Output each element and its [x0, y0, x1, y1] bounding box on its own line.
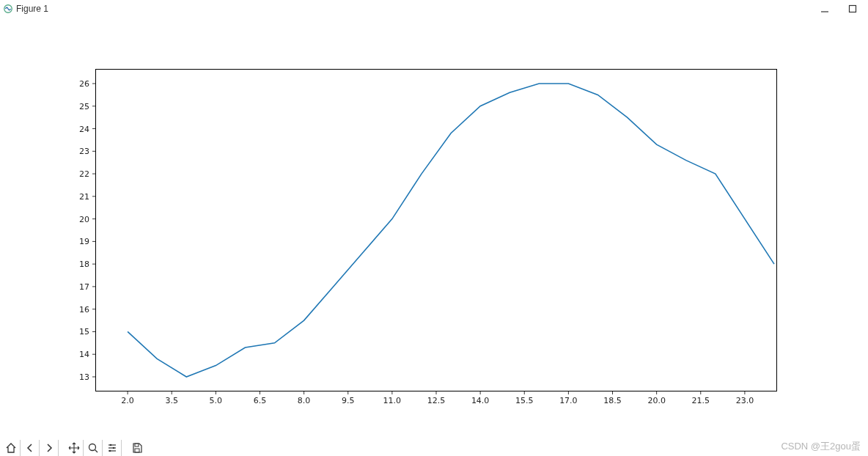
x-tick-label: 14.0 [466, 396, 495, 405]
watermark: CSDN @王2gou蛋 [781, 440, 861, 453]
forward-button[interactable] [40, 440, 59, 456]
x-tick-label: 5.0 [201, 396, 230, 405]
x-tick-label: 20.0 [642, 396, 672, 405]
maximize-button[interactable] [847, 4, 858, 14]
back-button[interactable] [21, 440, 40, 456]
y-tick-label: 15 [67, 327, 89, 337]
y-tick-label: 23 [67, 147, 89, 156]
x-tick-label: 15.5 [510, 396, 539, 405]
y-tick-label: 22 [67, 169, 89, 179]
y-tick-label: 24 [67, 124, 89, 133]
x-tick-label: 6.5 [245, 396, 274, 405]
y-tick-label: 13 [67, 372, 89, 382]
y-tick-label: 14 [67, 350, 89, 359]
svg-rect-41 [135, 449, 139, 452]
svg-line-33 [95, 450, 98, 453]
x-tick-label: 8.0 [290, 396, 319, 405]
nav-toolbar [0, 440, 148, 456]
y-tick-label: 21 [67, 191, 89, 201]
x-tick-label: 11.0 [378, 396, 407, 405]
save-button[interactable] [128, 440, 147, 456]
minimize-button[interactable] [820, 4, 830, 14]
app-icon [3, 4, 13, 14]
svg-rect-2 [850, 6, 856, 12]
x-tick-label: 23.0 [730, 396, 760, 405]
y-tick-label: 25 [67, 101, 89, 111]
titlebar: Figure 1 [0, 0, 868, 18]
y-tick-label: 20 [67, 214, 89, 224]
svg-point-39 [108, 450, 111, 452]
x-tick-label: 9.5 [334, 396, 363, 405]
window-title: Figure 1 [16, 4, 48, 14]
x-tick-label: 2.0 [113, 396, 142, 405]
zoom-button[interactable] [84, 440, 103, 456]
x-tick-label: 21.5 [686, 396, 716, 405]
home-button[interactable] [1, 440, 21, 456]
x-tick-label: 17.0 [553, 396, 583, 405]
svg-point-37 [109, 444, 111, 446]
svg-point-38 [112, 447, 114, 449]
pan-button[interactable] [65, 440, 84, 456]
x-tick-label: 12.5 [422, 396, 451, 405]
svg-point-32 [89, 444, 95, 451]
y-tick-label: 18 [67, 260, 89, 269]
y-tick-label: 19 [67, 237, 89, 246]
data-line [128, 84, 774, 377]
line-plot [0, 18, 868, 440]
x-tick-label: 3.5 [157, 396, 186, 405]
subplots-button[interactable] [103, 440, 122, 456]
figure-canvas[interactable]: 13141516171819202122232425262.03.55.06.5… [0, 18, 868, 440]
x-tick-label: 18.5 [598, 396, 628, 405]
y-tick-label: 26 [67, 79, 89, 89]
y-tick-label: 17 [67, 282, 89, 291]
y-tick-label: 16 [67, 304, 89, 314]
